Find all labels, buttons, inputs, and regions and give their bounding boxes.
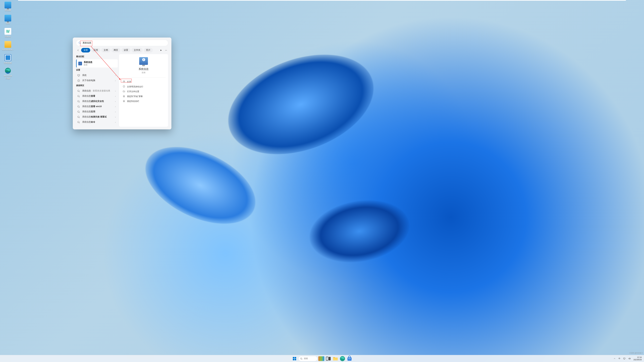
desktop-icon-admin-folder[interactable]: Administrat... [1,41,14,51]
more-icon [165,49,167,51]
svg-line-22 [79,117,80,118]
preview-action-folder[interactable]: 打开文件位置 [122,89,166,94]
desktop-icon-network[interactable]: 网络 [1,15,14,24]
best-match-result[interactable]: i 系统信息 应用 [76,59,118,67]
tab-settings[interactable]: 设置 [122,48,130,52]
web-result[interactable]: 系统信息应用 › [76,109,118,114]
svg-point-15 [78,100,79,102]
svg-point-11 [78,90,79,91]
taskbar-task-view[interactable] [325,356,332,362]
preview-system-info-icon [139,57,148,65]
chevron-right-icon: › [115,95,117,97]
tab-all[interactable]: 全部 [81,48,90,52]
tab-docs[interactable]: 文档 [101,48,110,52]
tray-overflow[interactable] [612,357,617,361]
search-play-button[interactable] [159,48,163,52]
svg-rect-33 [326,357,328,360]
search-icon [78,41,81,44]
desktop-icon-recycle-bin[interactable]: 回收站 [1,28,14,38]
svg-rect-6 [78,74,80,76]
svg-line-2 [80,43,81,44]
tray-clock[interactable]: 12:16 2023/9/28 [632,356,643,361]
svg-rect-27 [293,357,294,359]
tray-ime[interactable]: 中 [618,357,621,361]
search-icon [300,358,302,360]
svg-point-31 [300,358,302,359]
svg-line-12 [79,91,80,92]
svg-rect-35 [333,358,338,361]
web-result[interactable]: 系统信息查看 › [76,93,118,99]
taskbar-widgets[interactable] [318,356,324,362]
svg-line-14 [79,96,80,97]
desktop-icon-this-pc[interactable]: 此电脑 [1,2,14,11]
svg-point-3 [165,50,166,50]
tab-apps[interactable]: 应用 [91,48,100,52]
taskbar-file-explorer[interactable] [332,356,338,362]
control-panel-icon [4,54,11,61]
svg-point-1 [79,42,80,43]
svg-point-13 [78,95,79,97]
tab-web[interactable]: 网页 [111,48,120,52]
web-result[interactable]: 系统信息虚拟化安全性 › [76,99,118,104]
widgets-icon [318,356,324,361]
web-result[interactable]: 系统信息 - 查看更多搜索结果 › [76,88,118,93]
network-icon [4,15,11,21]
search-icon [77,100,80,103]
web-results-heading: 搜索网页 [76,84,118,87]
task-view-icon [325,356,332,362]
search-box[interactable] [76,40,168,46]
search-tabs: 全部 应用 文档 网页 设置 文件夹 照片 [73,46,172,52]
svg-rect-30 [295,359,296,360]
desktop-icon-control-panel[interactable]: 控制面板 [1,54,14,64]
network-icon [623,357,626,360]
svg-line-24 [79,122,80,123]
chevron-right-icon: › [115,121,117,123]
svg-rect-40 [624,358,625,359]
tab-photos[interactable]: 照片 [144,48,153,52]
search-icon [77,95,80,97]
start-button[interactable] [292,356,298,362]
taskbar-edge[interactable] [340,356,346,362]
settings-result-about[interactable]: 关于你的电脑 › [76,78,118,83]
svg-point-5 [166,50,167,50]
open-icon [123,80,125,83]
web-result[interactable]: 系统信息命令 › [76,119,118,125]
preview-action-pin-3[interactable]: 固定到"开始"屏幕 [122,94,166,99]
search-input[interactable] [82,42,166,44]
volume-icon [628,357,631,360]
store-icon [346,356,352,362]
desktop-icon-edge[interactable]: Microsoft Edge [1,67,14,80]
taskbar: 搜索 中 12:16 2023/9/28 [0,355,644,362]
preview-action-shield[interactable]: 以管理员身份运行 [122,84,166,89]
tray-volume[interactable] [627,357,632,361]
search-back-button[interactable] [76,48,80,52]
folder-icon [123,90,125,93]
search-more-button[interactable] [164,48,168,52]
preview-action-pin-4[interactable]: 固定到任务栏 [122,99,166,104]
web-result[interactable]: 系统信息检测失败 请重试 › [76,114,118,119]
preview-action-open[interactable]: 打开 [122,79,166,84]
edge-icon [340,356,346,362]
monitor-icon [77,74,80,77]
desktop-icons: 此电脑 网络 回收站 Administrat... 控制面板 Microsoft… [1,2,14,83]
search-icon [77,110,80,113]
top-white-strip [18,0,626,1]
preview-subtitle: 应用 [122,71,166,74]
svg-point-23 [78,121,79,123]
tab-folders[interactable]: 文件夹 [132,48,143,52]
taskbar-store[interactable] [346,356,352,362]
pin-icon [123,100,125,103]
svg-line-16 [79,102,80,102]
tray-network[interactable] [622,357,626,361]
search-icon [77,116,80,118]
settings-result-system[interactable]: 系统 › [76,73,118,78]
web-result[interactable]: 系统信息查看 win10 › [76,104,118,109]
tray-time: 12:16 [634,356,642,359]
watermark-text: CSDN @学术师子 [630,352,643,354]
search-icon [77,105,80,108]
chevron-up-icon [613,357,616,360]
search-icon [77,121,80,123]
taskbar-search-placeholder: 搜索 [304,357,308,360]
pin-icon [123,95,125,98]
taskbar-search-box[interactable]: 搜索 [298,356,317,361]
